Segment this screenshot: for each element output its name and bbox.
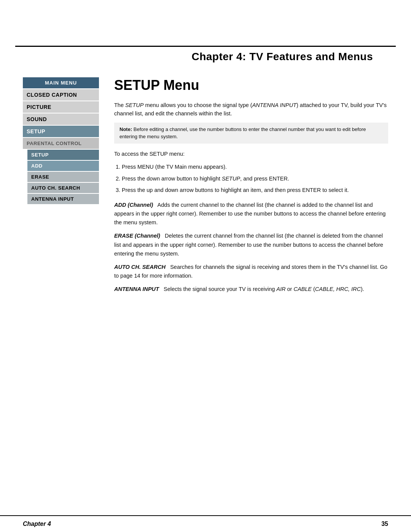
top-space [0, 0, 411, 46]
sidebar-item-parental-control[interactable]: PARENTAL CONTROL [23, 138, 99, 149]
term-add: ADD (Channel) [114, 202, 153, 208]
step-2: Press the down arrow button to highlight… [122, 174, 388, 183]
note-text: Before editing a channel, use the number… [119, 126, 366, 140]
note-box: Note: Before editing a channel, use the … [114, 123, 388, 144]
step-3: Press the up and down arrow buttons to h… [122, 186, 388, 194]
submenu-item-add[interactable]: ADD [27, 161, 99, 171]
sidebar-item-closed-caption[interactable]: CLOSED CAPTION [23, 89, 99, 101]
term-auto-ch-search: AUTO CH. SEARCH [114, 264, 166, 270]
chapter-heading-bar: Chapter 4: TV Features and Menus [15, 46, 396, 66]
step-1: Press MENU (the TV Main menu appears). [122, 163, 388, 171]
sidebar-main-menu-label: MAIN MENU [23, 77, 99, 88]
submenu-item-auto-ch-search[interactable]: AUTO CH. SEARCH [27, 183, 99, 193]
access-label: To access the SETUP menu: [114, 150, 388, 158]
page-heading: SETUP Menu [114, 77, 388, 93]
submenu-item-antenna-input[interactable]: ANTENNA INPUT [27, 194, 99, 204]
footer-page-number: 35 [381, 521, 388, 527]
page-container: Chapter 4: TV Features and Menus MAIN ME… [0, 0, 411, 532]
desc-antenna-input: ANTENNA INPUT Selects the signal source … [114, 285, 388, 294]
content-area: SETUP Menu The SETUP menu allows you to … [114, 77, 388, 401]
sidebar-item-setup[interactable]: SETUP [23, 126, 99, 137]
page-footer: Chapter 4 35 [0, 515, 411, 532]
submenu-item-setup[interactable]: SETUP [27, 150, 99, 160]
desc-add: ADD (Channel) Adds the current channel t… [114, 201, 388, 227]
steps-list: Press MENU (the TV Main menu appears). P… [122, 163, 388, 194]
main-content: MAIN MENU CLOSED CAPTION PICTURE SOUND S… [0, 66, 411, 412]
sidebar-item-sound[interactable]: SOUND [23, 113, 99, 125]
desc-auto-ch-search: AUTO CH. SEARCH Searches for channels th… [114, 263, 388, 280]
sidebar-item-picture[interactable]: PICTURE [23, 101, 99, 113]
bottom-space [0, 412, 411, 515]
note-label: Note: [119, 126, 132, 132]
sidebar-submenu: SETUP ADD ERASE AUTO CH. SEARCH ANTENNA … [27, 150, 99, 204]
footer-chapter-label: Chapter 4 [23, 521, 51, 527]
chapter-title: Chapter 4: TV Features and Menus [191, 51, 373, 63]
submenu-item-erase[interactable]: ERASE [27, 172, 99, 182]
sidebar-menu: MAIN MENU CLOSED CAPTION PICTURE SOUND S… [23, 77, 99, 401]
content-body: The SETUP menu allows you to choose the … [114, 101, 388, 294]
term-antenna-input: ANTENNA INPUT [114, 286, 159, 292]
term-erase: ERASE (Channel) [114, 233, 160, 239]
intro-paragraph: The SETUP menu allows you to choose the … [114, 101, 388, 118]
desc-erase: ERASE (Channel) Deletes the current chan… [114, 232, 388, 258]
